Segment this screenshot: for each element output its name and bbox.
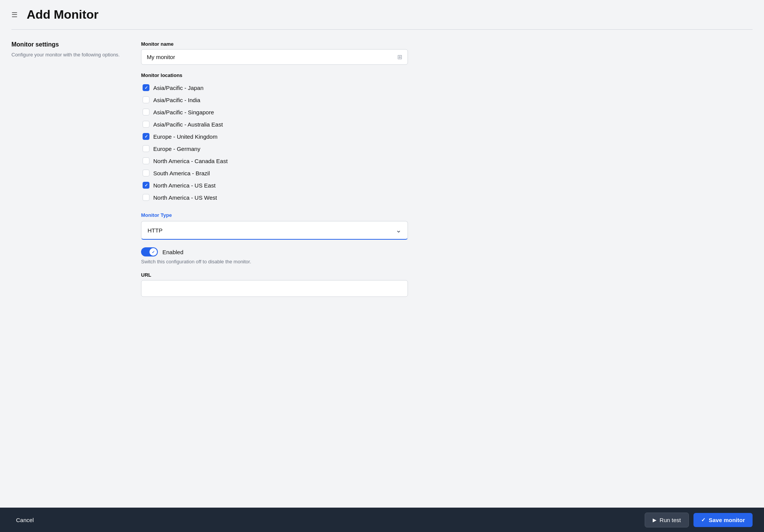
url-input[interactable] <box>141 280 408 297</box>
checkbox-label-brazil: South America - Brazil <box>153 170 210 176</box>
checkbox-label-us_west: North America - US West <box>153 194 217 201</box>
section-description: Configure your monitor with the followin… <box>11 51 126 59</box>
checkbox-label-germany: Europe - Germany <box>153 146 200 152</box>
hamburger-icon[interactable]: ☰ <box>11 11 18 19</box>
checkbox-us_east[interactable] <box>143 182 149 189</box>
checkbox-us_west[interactable] <box>143 194 149 201</box>
checkbox-label-uk: Europe - United Kingdom <box>153 133 217 140</box>
save-monitor-label: Save monitor <box>709 517 745 523</box>
bottom-right-buttons: ▶ Run test ✓ Save monitor <box>645 513 753 527</box>
run-test-label: Run test <box>660 517 681 523</box>
monitor-type-select-wrapper[interactable]: HTTP ⌄ <box>141 221 408 240</box>
checkbox-label-canada_east: North America - Canada East <box>153 158 228 164</box>
monitor-type-value: HTTP <box>148 227 162 234</box>
checkbox-japan[interactable] <box>143 84 149 91</box>
checkbox-item-us_west[interactable]: North America - US West <box>141 192 408 203</box>
monitor-name-field[interactable]: ⊞ <box>141 49 408 65</box>
checkbox-label-singapore: Asia/Pacific - Singapore <box>153 109 214 115</box>
monitor-name-label: Monitor name <box>141 41 408 47</box>
url-field-label: URL <box>141 272 408 278</box>
checkbox-label-india: Asia/Pacific - India <box>153 97 200 103</box>
enabled-toggle-label: Enabled <box>162 249 183 255</box>
enabled-toggle-row[interactable]: Enabled <box>141 247 408 256</box>
checkbox-uk[interactable] <box>143 133 149 140</box>
checkbox-item-germany[interactable]: Europe - Germany <box>141 143 408 154</box>
monitor-locations-label: Monitor locations <box>141 72 408 78</box>
play-icon: ▶ <box>653 517 656 523</box>
save-monitor-button[interactable]: ✓ Save monitor <box>693 513 753 527</box>
checkbox-item-india[interactable]: Asia/Pacific - India <box>141 94 408 106</box>
chevron-down-icon: ⌄ <box>396 226 401 234</box>
top-bar: ☰ Add Monitor <box>0 0 764 29</box>
bottom-bar: Cancel ▶ Run test ✓ Save monitor <box>0 508 764 532</box>
checkbox-brazil[interactable] <box>143 170 149 176</box>
checkbox-singapore[interactable] <box>143 109 149 115</box>
checkbox-canada_east[interactable] <box>143 157 149 164</box>
enabled-toggle-description: Switch this configuration off to disable… <box>141 259 408 264</box>
main-content: Monitor settings Configure your monitor … <box>0 30 764 532</box>
checkbox-item-japan[interactable]: Asia/Pacific - Japan <box>141 82 408 93</box>
checkbox-label-australia_east: Asia/Pacific - Australia East <box>153 121 223 128</box>
monitor-type-select[interactable]: HTTP ⌄ <box>141 221 408 240</box>
checkbox-germany[interactable] <box>143 145 149 152</box>
toggle-knob <box>149 248 157 256</box>
checkbox-item-singapore[interactable]: Asia/Pacific - Singapore <box>141 106 408 118</box>
cancel-button[interactable]: Cancel <box>11 514 39 526</box>
right-panel: Monitor name ⊞ Monitor locations Asia/Pa… <box>141 41 408 494</box>
run-test-button[interactable]: ▶ Run test <box>645 513 689 527</box>
checkbox-australia_east[interactable] <box>143 121 149 128</box>
checkbox-item-brazil[interactable]: South America - Brazil <box>141 167 408 179</box>
page-title: Add Monitor <box>27 8 98 22</box>
left-panel: Monitor settings Configure your monitor … <box>11 41 126 494</box>
checkbox-india[interactable] <box>143 96 149 103</box>
checkbox-item-australia_east[interactable]: Asia/Pacific - Australia East <box>141 119 408 130</box>
checkbox-item-uk[interactable]: Europe - United Kingdom <box>141 131 408 142</box>
page-wrapper: ☰ Add Monitor Monitor settings Configure… <box>0 0 764 532</box>
checkbox-item-canada_east[interactable]: North America - Canada East <box>141 155 408 167</box>
checkbox-label-japan: Asia/Pacific - Japan <box>153 85 204 91</box>
enabled-toggle[interactable] <box>141 247 158 256</box>
monitor-name-input[interactable] <box>147 54 397 60</box>
checkmark-icon: ✓ <box>701 517 706 523</box>
monitor-type-label: Monitor Type <box>141 212 408 218</box>
checkbox-item-us_east[interactable]: North America - US East <box>141 179 408 191</box>
section-title: Monitor settings <box>11 41 126 48</box>
monitor-name-icon: ⊞ <box>397 53 402 61</box>
checkbox-label-us_east: North America - US East <box>153 182 215 189</box>
checkbox-list: Asia/Pacific - JapanAsia/Pacific - India… <box>141 82 408 203</box>
